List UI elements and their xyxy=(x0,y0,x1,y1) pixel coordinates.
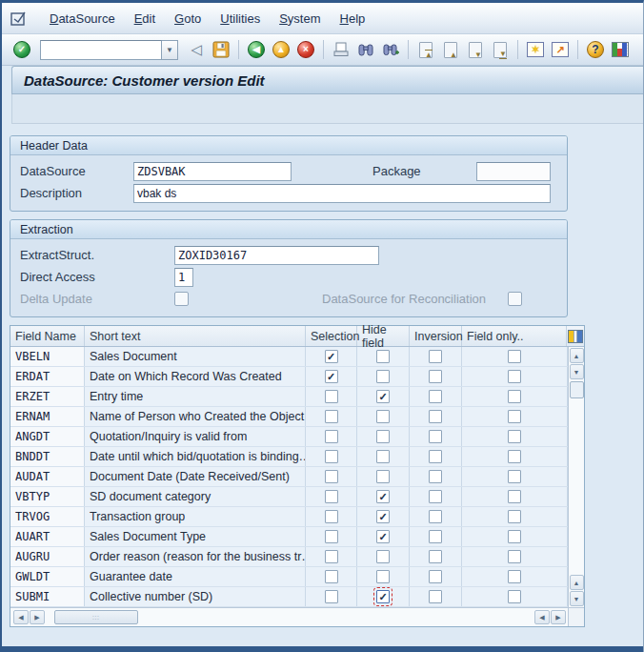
selection-checkbox[interactable] xyxy=(325,510,338,523)
previous-page-button[interactable]: ▲ xyxy=(439,38,462,61)
inversion-checkbox[interactable] xyxy=(429,570,442,583)
scroll-right-icon[interactable]: ▶ xyxy=(30,610,45,624)
field-name-cell[interactable]: AUART xyxy=(10,527,85,546)
menu-item-datasource[interactable]: DataSource xyxy=(40,8,125,30)
field-name-cell[interactable]: GWLDT xyxy=(10,567,85,586)
find-next-button[interactable] xyxy=(379,38,402,61)
back-button[interactable]: ◀ xyxy=(245,38,268,61)
short-text-cell[interactable]: SD document category xyxy=(85,487,306,506)
selection-checkbox[interactable] xyxy=(325,410,338,423)
hide-checkbox[interactable]: ✓ xyxy=(376,390,390,403)
field-only-checkbox[interactable] xyxy=(508,590,521,603)
menu-item-utilities[interactable]: Utilities xyxy=(211,8,270,30)
inversion-checkbox[interactable] xyxy=(429,430,442,443)
field-only-checkbox[interactable] xyxy=(508,490,521,503)
selection-checkbox[interactable] xyxy=(325,550,338,563)
inversion-checkbox[interactable] xyxy=(429,350,442,363)
column-header[interactable]: Short text xyxy=(85,326,306,346)
short-text-cell[interactable]: Entry time xyxy=(85,387,306,406)
vertical-scroll-thumb[interactable] xyxy=(570,381,584,398)
short-text-cell[interactable]: Name of Person who Created the Object xyxy=(85,407,306,426)
command-dropdown-icon[interactable]: ▼ xyxy=(162,40,178,60)
hide-checkbox[interactable] xyxy=(376,450,390,463)
menu-item-edit[interactable]: Edit xyxy=(125,8,165,30)
save-button[interactable] xyxy=(210,38,232,61)
back-step-button[interactable]: ◁ xyxy=(185,38,208,61)
inversion-checkbox[interactable] xyxy=(429,390,442,403)
inversion-checkbox[interactable] xyxy=(429,470,442,483)
field-name-cell[interactable]: VBTYP xyxy=(10,487,85,506)
scroll-left-right-icon[interactable]: ◀ xyxy=(534,610,550,624)
inversion-checkbox[interactable] xyxy=(429,510,442,523)
inversion-checkbox[interactable] xyxy=(429,530,442,543)
find-button[interactable] xyxy=(354,38,377,61)
new-session-button[interactable]: ✶ xyxy=(524,38,547,61)
field-only-checkbox[interactable] xyxy=(508,450,521,463)
selection-checkbox[interactable] xyxy=(325,430,338,443)
column-header[interactable]: Field only.. xyxy=(462,326,567,346)
short-text-cell[interactable]: Sales Document Type xyxy=(85,527,306,546)
selection-checkbox[interactable] xyxy=(325,570,338,583)
short-text-cell[interactable]: Quotation/Inquiry is valid from xyxy=(85,427,306,446)
column-header[interactable]: Field Name xyxy=(10,326,85,346)
selection-checkbox[interactable] xyxy=(325,470,338,483)
field-name-cell[interactable]: SUBMI xyxy=(10,587,85,606)
inversion-checkbox[interactable] xyxy=(429,490,442,503)
package-field[interactable] xyxy=(476,162,551,181)
inversion-checkbox[interactable] xyxy=(429,590,442,603)
short-text-cell[interactable]: Date until which bid/quotation is bindin… xyxy=(85,447,306,466)
field-only-checkbox[interactable] xyxy=(508,470,521,483)
short-text-cell[interactable]: Document Date (Date Received/Sent) xyxy=(85,467,306,486)
help-button[interactable]: ? xyxy=(584,38,607,61)
extractstruct-field[interactable] xyxy=(174,246,379,265)
table-settings-icon[interactable] xyxy=(568,330,583,343)
description-field[interactable] xyxy=(133,184,551,203)
hide-checkbox[interactable] xyxy=(376,350,390,363)
hide-checkbox[interactable] xyxy=(376,410,390,423)
short-text-cell[interactable]: Transaction group xyxy=(85,507,306,526)
field-only-checkbox[interactable] xyxy=(508,350,521,363)
inversion-checkbox[interactable] xyxy=(429,410,442,423)
menu-item-goto[interactable]: Goto xyxy=(165,8,211,30)
selection-checkbox[interactable] xyxy=(325,530,338,543)
column-header[interactable]: Inversion xyxy=(410,326,462,346)
first-page-button[interactable]: ▲ xyxy=(414,38,437,61)
command-field-input[interactable] xyxy=(40,40,162,60)
cancel-button[interactable]: × xyxy=(294,38,317,61)
field-only-checkbox[interactable] xyxy=(508,510,521,523)
field-name-cell[interactable]: VBELN xyxy=(10,347,85,366)
inversion-checkbox[interactable] xyxy=(429,450,442,463)
next-page-button[interactable]: ▼ xyxy=(464,38,487,61)
scroll-left-icon[interactable]: ◀ xyxy=(13,610,29,624)
exit-button[interactable]: ▲ xyxy=(270,38,292,61)
column-header[interactable]: Hide field xyxy=(357,326,410,346)
hide-checkbox[interactable] xyxy=(376,430,390,443)
field-name-cell[interactable]: AUGRU xyxy=(10,547,85,566)
print-button[interactable] xyxy=(330,38,352,61)
field-name-cell[interactable]: BNDDT xyxy=(10,447,85,466)
scroll-down-bottom-icon[interactable]: ▼ xyxy=(570,591,584,606)
menu-item-system[interactable]: System xyxy=(270,8,330,30)
scroll-up-icon[interactable]: ▲ xyxy=(570,348,584,363)
field-only-checkbox[interactable] xyxy=(508,410,521,423)
selection-checkbox[interactable] xyxy=(325,450,338,463)
short-text-cell[interactable]: Order reason (reason for the business tr… xyxy=(85,547,306,566)
selection-checkbox[interactable] xyxy=(325,590,338,603)
system-menu-icon[interactable] xyxy=(10,10,27,27)
inversion-checkbox[interactable] xyxy=(429,370,442,383)
selection-checkbox[interactable] xyxy=(325,390,338,403)
last-page-button[interactable]: ▼ xyxy=(489,38,512,61)
field-only-checkbox[interactable] xyxy=(508,570,521,583)
scroll-up-bottom-icon[interactable]: ▲ xyxy=(570,575,584,590)
field-only-checkbox[interactable] xyxy=(508,430,521,443)
customize-layout-button[interactable] xyxy=(609,38,632,61)
hide-checkbox[interactable] xyxy=(376,470,390,483)
field-only-checkbox[interactable] xyxy=(508,530,521,543)
field-name-cell[interactable]: AUDAT xyxy=(10,467,85,486)
field-only-checkbox[interactable] xyxy=(508,550,521,563)
hide-checkbox[interactable]: ✓ xyxy=(376,530,390,543)
horizontal-scrollbar[interactable]: ◀ ▶ ∶∶∶ ◀ ▶ xyxy=(10,607,568,626)
field-name-cell[interactable]: ERNAM xyxy=(10,407,85,426)
hide-checkbox[interactable]: ✓ xyxy=(376,490,390,503)
field-name-cell[interactable]: ANGDT xyxy=(10,427,85,446)
